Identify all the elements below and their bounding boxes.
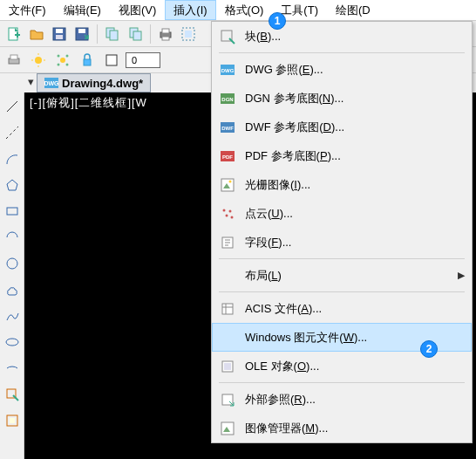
insert-block-tool[interactable] (2, 384, 23, 405)
svg-rect-39 (10, 418, 15, 423)
menu-item-label: 光栅图像(I)... (245, 177, 465, 193)
svg-rect-60 (222, 304, 233, 314)
menu-separator (219, 52, 465, 53)
svg-rect-28 (106, 55, 117, 65)
layer-print-button[interactable] (3, 50, 24, 71)
menu-separator (219, 382, 465, 383)
menu-绘图(D[interactable]: 绘图(D (327, 0, 379, 20)
circle-tool[interactable] (2, 253, 23, 274)
tab-dropdown-arrow[interactable]: ▾ (24, 73, 37, 89)
menu-item-xref[interactable]: 外部参照(R)... (212, 385, 472, 414)
menu-item-block[interactable]: 块(B)... (212, 22, 472, 51)
menu-格式(O)[interactable]: 格式(O) (216, 0, 273, 20)
svg-rect-62 (224, 363, 231, 370)
dwf-icon: DWF (219, 119, 236, 136)
menu-item-label: 外部参照(R)... (245, 392, 465, 408)
color-swatch[interactable] (101, 50, 122, 71)
svg-marker-33 (7, 180, 17, 190)
svg-line-31 (7, 101, 17, 112)
svg-text:DWF: DWF (221, 126, 234, 131)
svg-point-26 (66, 63, 69, 65)
svg-point-52 (223, 209, 226, 211)
svg-rect-27 (84, 59, 91, 65)
menu-文件(F)[interactable]: 文件(F) (0, 0, 55, 20)
print-button[interactable] (155, 24, 176, 45)
paste-button[interactable] (125, 24, 146, 45)
line-tool[interactable] (2, 96, 23, 117)
menu-编辑(E)[interactable]: 编辑(E) (55, 0, 110, 20)
menu-item-dwg[interactable]: DWGDWG 参照(E)... (212, 55, 472, 84)
menu-separator (219, 291, 465, 292)
svg-point-23 (58, 54, 60, 57)
menu-item-acis[interactable]: ACIS 文件(A)... (212, 294, 472, 323)
revision-cloud-tool[interactable] (2, 279, 23, 300)
blank-icon (219, 267, 236, 284)
menu-item-imgmgr[interactable]: 图像管理器(M)... (212, 414, 472, 442)
svg-point-55 (231, 216, 234, 218)
save-button[interactable] (49, 24, 70, 45)
menu-item-label: ACIS 文件(A)... (245, 301, 465, 317)
svg-rect-34 (7, 208, 17, 215)
open-file-button[interactable] (26, 24, 47, 45)
print-preview-button[interactable] (178, 24, 199, 45)
arc-tool[interactable] (2, 148, 23, 169)
menu-item-pointcloud[interactable]: 点云(U)... (212, 199, 472, 228)
svg-text:DWG: DWG (221, 68, 235, 73)
drawing-tab[interactable]: DWG Drawing4.dwg* (37, 73, 151, 92)
menu-item-field[interactable]: 字段(F)... (212, 228, 472, 257)
svg-point-51 (229, 180, 232, 182)
svg-point-53 (229, 209, 232, 212)
menu-separator (219, 258, 465, 259)
spline-tool[interactable] (2, 305, 23, 326)
dwg-icon: DWG (219, 61, 236, 79)
imgmgr-icon (219, 420, 236, 437)
linewidth-selector[interactable]: 0 (126, 52, 160, 68)
raster-icon (219, 176, 236, 194)
svg-text:DWG: DWG (44, 80, 58, 86)
block-icon (219, 28, 236, 45)
svg-text:DGN: DGN (221, 97, 233, 102)
menu-item-label: 块(B)... (245, 29, 465, 45)
pointcloud-icon (219, 205, 236, 223)
svg-rect-14 (185, 31, 192, 38)
menu-item-dgn[interactable]: DGNDGN 参考底图(N)... (212, 84, 472, 113)
copy-button[interactable] (102, 24, 123, 45)
menu-item-label: DWG 参照(E)... (245, 62, 465, 78)
lock-icon[interactable] (77, 50, 98, 71)
polygon-tool[interactable] (2, 175, 23, 195)
tab-filename: Drawing4.dwg* (62, 77, 143, 90)
menu-item-dwf[interactable]: DWFDWF 参考底图(D)... (212, 113, 472, 141)
menubar: 文件(F)编辑(E)视图(V)插入(I)格式(O)工具(T)绘图(D (0, 0, 476, 21)
save-as-button[interactable] (71, 24, 92, 45)
menu-item-L[interactable]: 布局(L)▶ (212, 261, 472, 290)
freeze-icon[interactable] (52, 50, 73, 71)
ole-icon (219, 358, 236, 375)
svg-text:PDF: PDF (222, 154, 233, 160)
menu-item-label: DGN 参考底图(N)... (245, 91, 465, 106)
svg-rect-7 (110, 31, 118, 40)
make-block-tool[interactable] (2, 410, 23, 431)
arc2-tool[interactable] (2, 227, 23, 248)
dwg-file-icon: DWG (44, 77, 58, 89)
ellipse-tool[interactable] (2, 332, 23, 353)
sun-icon[interactable] (28, 50, 49, 71)
menu-item-pdf[interactable]: PDFPDF 参考底图(P)... (212, 141, 472, 170)
construction-line-tool[interactable] (2, 122, 23, 143)
menu-item-raster[interactable]: 光栅图像(I)... (212, 170, 472, 199)
rectangle-tool[interactable] (2, 201, 23, 222)
left-toolbar (0, 92, 24, 459)
submenu-arrow-icon: ▶ (458, 270, 465, 281)
svg-rect-2 (56, 29, 63, 33)
svg-rect-12 (162, 37, 169, 40)
ellipse-arc-tool[interactable] (2, 358, 23, 379)
svg-point-35 (7, 258, 17, 269)
viewport-label: [-][俯视][二维线框][W (30, 95, 147, 111)
menu-插入(I)[interactable]: 插入(I) (165, 0, 215, 20)
svg-point-25 (58, 63, 60, 65)
new-file-button[interactable] (3, 24, 24, 45)
svg-point-17 (35, 57, 42, 64)
svg-rect-9 (133, 31, 141, 40)
insert-menu-dropdown: 块(B)...DWGDWG 参照(E)...DGNDGN 参考底图(N)...D… (211, 21, 473, 443)
blank-icon (219, 329, 236, 346)
menu-视图(V)[interactable]: 视图(V) (110, 0, 165, 20)
